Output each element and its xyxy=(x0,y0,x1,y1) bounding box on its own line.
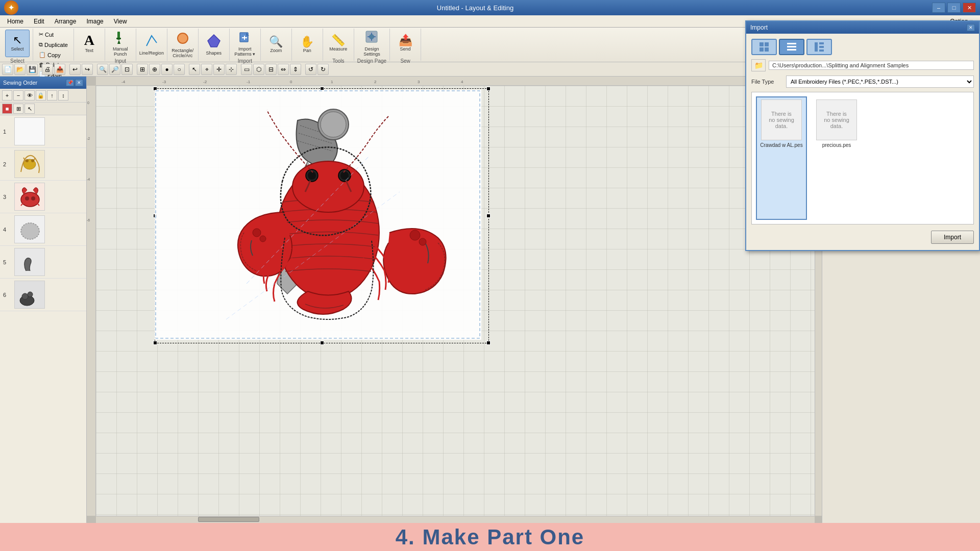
menu-arrange[interactable]: Arrange xyxy=(50,17,82,26)
tb2-snap[interactable]: ⊕ xyxy=(149,64,160,75)
import-file-item[interactable]: There isno sewingdata. precious.pes xyxy=(811,96,862,220)
duplicate-button[interactable]: ⧉ Duplicate xyxy=(36,40,70,49)
import-view-detail[interactable] xyxy=(806,39,832,55)
sew-group[interactable]: ⊞ xyxy=(13,104,23,114)
tb2-crop[interactable]: ⊟ xyxy=(265,64,277,75)
tb2-save[interactable]: 💾 xyxy=(27,64,38,75)
import-button[interactable]: Import xyxy=(931,231,974,244)
import-view-icons[interactable] xyxy=(751,39,777,55)
import-file-thumb: There isno sewingdata. xyxy=(761,99,802,140)
tools-group-label: Tools xyxy=(332,58,344,64)
tb2-cursor3[interactable]: ✛ xyxy=(213,64,225,75)
copy-button[interactable]: 📋 Copy xyxy=(36,50,70,60)
line-region-button[interactable]: Line/Region xyxy=(139,31,164,59)
tb2-open[interactable]: 📂 xyxy=(14,64,26,75)
sew-eye[interactable]: 👁 xyxy=(24,90,35,101)
menu-view[interactable]: View xyxy=(109,17,132,26)
sel-handle-br[interactable] xyxy=(486,341,491,345)
import-dialog-title: Import xyxy=(750,24,768,31)
tb2-select-rect[interactable]: ▭ xyxy=(241,64,252,75)
sewing-item[interactable]: 4 xyxy=(0,213,86,246)
import-filetype-select[interactable]: All Embroidery Files (*.PEC,*.PES,*.DST.… xyxy=(786,76,974,88)
import-dialog-close[interactable]: ✕ xyxy=(967,24,975,31)
sewing-item-num: 6 xyxy=(3,292,11,298)
sewing-order-pin[interactable]: 📌 xyxy=(66,79,74,86)
sew-move[interactable]: ↕ xyxy=(58,90,68,101)
scrollbar-thumb-h[interactable] xyxy=(198,517,259,522)
ruler-vertical: 0 -2 -4 -6 xyxy=(87,86,96,516)
bottom-banner: 4. Make Part One xyxy=(0,523,980,551)
svg-point-40 xyxy=(419,238,426,245)
zoom-button[interactable]: 🔍 Zoom xyxy=(264,31,288,59)
tb2-rotate-l[interactable]: ↺ xyxy=(305,64,316,75)
sew-color[interactable]: ■ xyxy=(2,104,12,114)
select-button[interactable]: ↖ Select xyxy=(5,30,30,57)
rect-circle-button[interactable]: Rectangle/Circle/Arc xyxy=(170,31,195,59)
shapes-button[interactable]: Shapes xyxy=(202,31,226,59)
horizontal-scrollbar[interactable] xyxy=(96,516,815,523)
line-region-icon xyxy=(144,34,159,50)
menu-image[interactable]: Image xyxy=(81,17,108,26)
tb2-flip-h[interactable]: ⇔ xyxy=(278,64,289,75)
send-button[interactable]: 📤 Send xyxy=(393,30,418,57)
tb2-print[interactable]: 🖨 xyxy=(42,64,53,75)
sew-lock[interactable]: 🔒 xyxy=(36,90,46,101)
tb2-zoom-out[interactable]: 🔎 xyxy=(109,64,120,75)
sel-handle-tr[interactable] xyxy=(486,87,491,91)
design-settings-button[interactable]: DesignSettings xyxy=(359,30,384,57)
tb2-zoom-in[interactable]: 🔍 xyxy=(97,64,108,75)
sew-remove[interactable]: − xyxy=(13,90,23,101)
tb2-undo[interactable]: ↩ xyxy=(69,64,81,75)
sewing-item[interactable]: 6 xyxy=(0,279,86,311)
pan-button[interactable]: ✋ Pan xyxy=(295,31,320,59)
sewing-order-close[interactable]: ✕ xyxy=(75,79,83,86)
tb2-flip-v[interactable]: ⇕ xyxy=(290,64,301,75)
svg-point-22 xyxy=(22,293,28,299)
sewing-order-panel: Sewing Order 📌 ✕ + − 👁 🔒 ↑ ↕ ■ ⊞ ↖ 1 xyxy=(0,77,87,523)
minimize-button[interactable]: – xyxy=(932,3,945,13)
maximize-button[interactable]: □ xyxy=(947,3,961,13)
select-label: Select xyxy=(11,47,23,52)
tb2-cursor2[interactable]: ⌖ xyxy=(201,64,212,75)
tb2-select-free[interactable]: ⬡ xyxy=(253,64,264,75)
text-label: Text xyxy=(85,48,94,54)
design-page-label: Design Page xyxy=(357,58,386,64)
menu-home[interactable]: Home xyxy=(2,17,29,26)
sewing-list: 1 2 3 xyxy=(0,115,86,523)
import-folder-btn[interactable]: 📁 xyxy=(751,59,766,71)
menu-edit[interactable]: Edit xyxy=(29,17,50,26)
tb2-circle2[interactable]: ○ xyxy=(174,64,185,75)
close-button[interactable]: ✕ xyxy=(963,3,976,13)
tb2-cursor4[interactable]: ⊹ xyxy=(226,64,237,75)
tb2-new[interactable]: 📄 xyxy=(2,64,13,75)
import-file-item[interactable]: There isno sewingdata. Crawdad w AL.pes xyxy=(756,96,807,220)
sewing-item[interactable]: 2 xyxy=(0,148,86,181)
tb2-export[interactable]: 📤 xyxy=(54,64,65,75)
sewing-item[interactable]: 3 xyxy=(0,181,86,213)
manual-punch-button[interactable]: ManualPunch xyxy=(108,30,133,57)
tb2-grid[interactable]: ⊞ xyxy=(137,64,148,75)
tb2-circle[interactable]: ● xyxy=(161,64,173,75)
measure-button[interactable]: 📏 Measure xyxy=(326,30,351,57)
sel-handle-mr[interactable] xyxy=(486,214,491,218)
sew-cursor[interactable]: ↖ xyxy=(24,104,35,114)
tb2-redo[interactable]: ↪ xyxy=(82,64,93,75)
import-view-list[interactable] xyxy=(779,39,804,55)
text-group: A Text x xyxy=(74,29,105,61)
sew-up[interactable]: ↑ xyxy=(47,90,57,101)
title-bar: ✦ Untitled - Layout & Editing – □ ✕ xyxy=(0,0,980,15)
text-button[interactable]: A Text xyxy=(77,30,102,57)
import-file-name-2: precious.pes xyxy=(822,142,851,148)
sewing-item[interactable]: 5 xyxy=(0,246,86,279)
tb2-fit[interactable]: ⊡ xyxy=(121,64,133,75)
svg-point-18 xyxy=(25,196,29,201)
tb2-cursor1[interactable]: ↖ xyxy=(189,64,200,75)
tb2-rotate-r[interactable]: ↻ xyxy=(317,64,329,75)
import-patterns-button[interactable]: ImportPatterns ▾ xyxy=(233,30,257,57)
cut-button[interactable]: ✂ Cut xyxy=(36,30,70,39)
sew-add[interactable]: + xyxy=(2,90,12,101)
sewing-item[interactable]: 1 xyxy=(0,115,86,148)
sew-group-label: Sew xyxy=(400,58,410,64)
duplicate-label: Duplicate xyxy=(44,42,68,48)
svg-rect-45 xyxy=(760,47,764,52)
